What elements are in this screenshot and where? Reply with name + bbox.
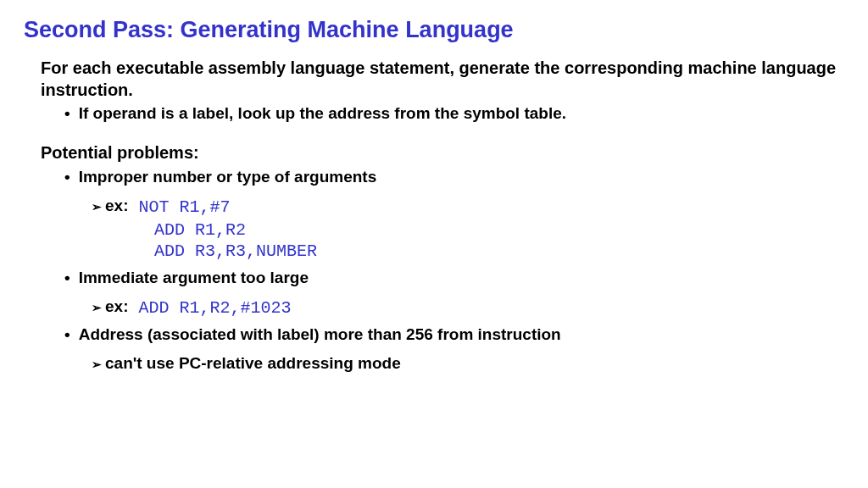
arrow-icon: ➢ (92, 354, 102, 374)
code-line: NOT R1,#7 (138, 197, 230, 218)
slide-title: Second Pass: Generating Machine Language (24, 17, 844, 43)
problem-bullet-2: Immediate argument too large (64, 269, 844, 287)
problem-bullet-3: Address (associated with label) more tha… (64, 325, 844, 344)
code-line: ADD R3,R3,NUMBER (154, 241, 844, 262)
intro-bullet: If operand is a label, look up the addre… (64, 104, 844, 123)
example-label: ex: (105, 197, 128, 215)
example-row-2: ➢ ex: ADD R1,R2,#1023 (92, 297, 844, 319)
code-line: ADD R1,R2,#1023 (138, 297, 291, 319)
problem-bullet-1: Improper number or type of arguments (64, 168, 844, 186)
example-label: ex: (105, 297, 128, 316)
bullet-text: Address (associated with label) more tha… (79, 325, 561, 344)
prob3-sub-row: ➢ can't use PC-relative addressing mode (92, 354, 844, 374)
example-row-1: ➢ ex: NOT R1,#7 (92, 197, 844, 218)
bullet-text: Immediate argument too large (79, 269, 309, 287)
code-line: ADD R1,R2 (154, 219, 844, 241)
arrow-icon: ➢ (92, 197, 102, 217)
sub-text: can't use PC-relative addressing mode (105, 354, 401, 373)
problems-header: Potential problems: (41, 143, 844, 163)
intro-text: For each executable assembly language st… (41, 57, 844, 101)
bullet-text: Improper number or type of arguments (79, 168, 377, 186)
arrow-icon: ➢ (92, 297, 102, 318)
bullet-text: If operand is a label, look up the addre… (79, 104, 566, 123)
